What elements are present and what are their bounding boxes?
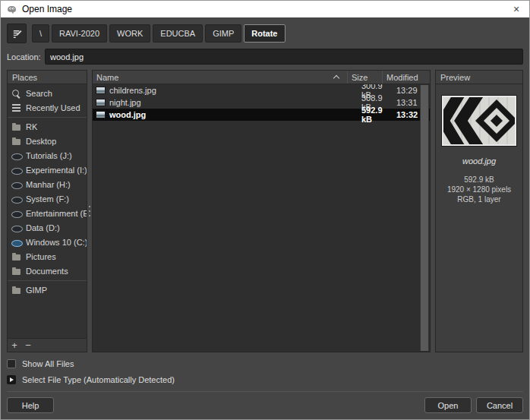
location-label: Location: (7, 52, 45, 62)
remove-bookmark-button[interactable]: − (21, 339, 35, 352)
select-file-type-label: Select File Type (Automatically Detected… (22, 375, 175, 384)
drive-icon (11, 209, 22, 218)
show-all-files-checkbox[interactable] (7, 359, 16, 368)
drive-icon (11, 180, 22, 189)
recent-icon (11, 103, 22, 112)
preview-filesize: 592.9 kB (447, 175, 511, 185)
open-button[interactable]: Open (424, 397, 472, 413)
window-title: Open Image (22, 4, 72, 14)
file-row[interactable]: wood.jpg 592.9 kB 13:32 (93, 109, 430, 121)
breadcrumb-label: Rotate (251, 29, 277, 38)
breadcrumb-button[interactable]: GIMP (205, 24, 241, 43)
breadcrumb-button[interactable]: WORK (109, 24, 150, 43)
breadcrumb-label: EDUCBA (160, 29, 195, 38)
place-label: Experimental (I:) (26, 166, 87, 175)
places-panel: Places Search Recently Used (7, 70, 87, 352)
vertical-scrollbar[interactable] (420, 85, 429, 351)
cancel-button[interactable]: Cancel (476, 397, 523, 413)
scrollbar-thumb[interactable] (421, 85, 428, 351)
place-item[interactable]: Experimental (I:) (8, 163, 87, 177)
path-bar: \ RAVI-2020 WORK EDUCBA GIMP (7, 24, 523, 43)
type-location-button[interactable] (7, 24, 27, 43)
place-item[interactable]: Tutorials (J:) (8, 148, 87, 163)
expander-collapsed-icon[interactable] (7, 375, 16, 384)
main-area: Places Search Recently Used (7, 70, 523, 352)
place-item[interactable]: Manhar (H:) (8, 177, 87, 191)
help-button[interactable]: Help (7, 397, 54, 413)
show-all-files-row: Show All Files (7, 357, 523, 370)
title-bar: Open Image × (1, 1, 529, 17)
places-toolbar: + − (8, 338, 87, 352)
preview-thumbnail (442, 96, 516, 146)
select-file-type-row: Select File Type (Automatically Detected… (7, 373, 523, 386)
file-name: night.jpg (109, 98, 141, 107)
place-label: Search (26, 89, 52, 98)
place-item[interactable]: Documents (8, 264, 87, 278)
close-icon[interactable]: × (503, 1, 529, 17)
place-label: Desktop (26, 137, 56, 146)
search-icon (11, 89, 22, 98)
breadcrumb-button[interactable]: \ (32, 24, 49, 43)
place-label: RK (26, 122, 37, 131)
place-label: Data (D:) (26, 223, 60, 232)
place-label: GIMP (26, 286, 47, 295)
preview-dimensions: 1920 × 1280 pixels (447, 185, 511, 194)
place-item[interactable]: Windows 10 (C:) (8, 235, 87, 249)
show-all-files-label: Show All Files (22, 359, 74, 368)
breadcrumb-button[interactable]: Rotate (244, 24, 285, 43)
place-item[interactable]: Desktop (8, 134, 87, 148)
file-list-header: Name Size Modified (93, 71, 430, 84)
place-label: Entertainment (E:) (26, 209, 87, 218)
breadcrumb-button[interactable]: EDUCBA (153, 24, 203, 43)
file-list-panel: Name Size Modified childrens.jpg (92, 70, 431, 352)
place-item[interactable]: Search (8, 86, 87, 100)
place-item[interactable]: Recently Used (8, 100, 87, 115)
place-item[interactable]: RK (8, 117, 87, 134)
action-bar: Help Open Cancel (7, 391, 523, 413)
column-header-modified[interactable]: Modified (383, 71, 430, 84)
places-list: Search Recently Used RK (8, 84, 87, 338)
image-file-icon (96, 111, 106, 118)
edit-location-icon (11, 28, 23, 39)
breadcrumb: \ RAVI-2020 WORK EDUCBA GIMP (32, 24, 288, 43)
dialog-content: \ RAVI-2020 WORK EDUCBA GIMP (1, 17, 529, 419)
breadcrumb-button[interactable]: RAVI-2020 (52, 24, 107, 43)
place-label: Recently Used (26, 103, 80, 112)
place-item[interactable]: System (F:) (8, 191, 87, 206)
folder-icon (11, 252, 22, 261)
location-input[interactable] (45, 49, 523, 65)
breadcrumb-label: GIMP (213, 29, 234, 38)
breadcrumb-label: \ (39, 29, 42, 38)
place-item[interactable]: Pictures (8, 249, 87, 264)
add-bookmark-button[interactable]: + (8, 339, 21, 352)
drive-windows-icon (11, 238, 22, 247)
open-image-dialog: Open Image × \ RAVI-2020 (0, 0, 530, 420)
sort-ascending-icon (333, 75, 339, 81)
file-name: childrens.jpg (109, 86, 156, 95)
place-item[interactable]: Entertainment (E:) (8, 206, 87, 220)
folder-icon (11, 267, 22, 276)
folder-icon (11, 137, 22, 146)
column-header-name[interactable]: Name (93, 71, 348, 84)
file-name: wood.jpg (109, 110, 146, 119)
file-rows: childrens.jpg 300.9 kB 13:29 night.jpg 3… (93, 84, 430, 352)
preview-header: Preview (436, 71, 522, 84)
places-header: Places (8, 71, 87, 84)
place-label: Pictures (26, 252, 56, 261)
preview-panel: Preview (435, 70, 523, 352)
drive-icon (11, 194, 22, 204)
drive-icon (11, 151, 22, 160)
place-item[interactable]: GIMP (8, 280, 87, 297)
splitter-grip-icon (89, 206, 90, 207)
breadcrumb-label: WORK (117, 29, 143, 38)
breadcrumb-label: RAVI-2020 (59, 29, 99, 38)
drive-icon (11, 223, 22, 232)
place-label: Manhar (H:) (26, 180, 71, 189)
image-file-icon (96, 87, 106, 94)
place-label: System (F:) (26, 194, 69, 204)
column-header-size[interactable]: Size (348, 71, 383, 84)
preview-filename: wood.jpg (462, 156, 496, 166)
place-label: Documents (26, 267, 68, 276)
location-row: Location: (7, 49, 523, 65)
place-item[interactable]: Data (D:) (8, 220, 87, 235)
